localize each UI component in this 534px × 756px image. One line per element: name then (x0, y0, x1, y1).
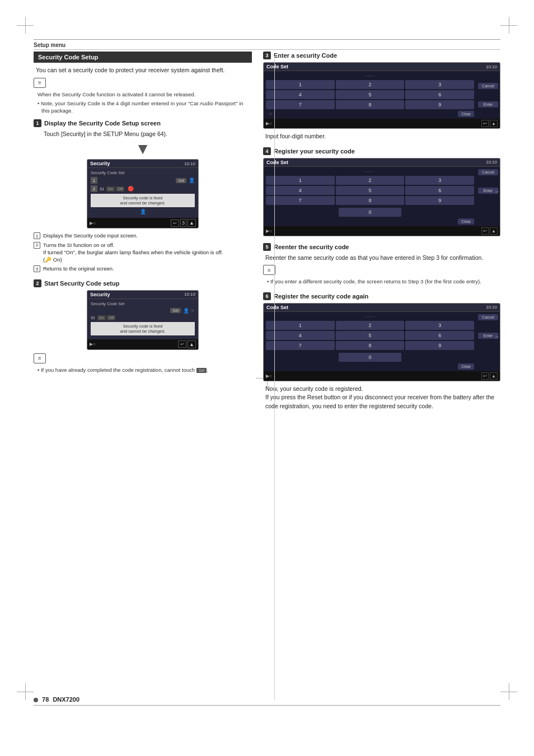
on-btn-2[interactable]: On (97, 315, 106, 320)
numpad-btn-4[interactable]: 4 (266, 90, 335, 99)
numpad6-btn-6[interactable]: 6 (405, 331, 474, 340)
code-set-screen-6: Code Set 10:10 ···· 1 2 3 4 5 (263, 303, 500, 381)
left-column: Security Code Setup You can set a securi… (34, 52, 252, 418)
screen-subtitle-2: Security Code Set (91, 301, 195, 306)
cs-time-4: 10:10 (486, 160, 497, 165)
note-book-icon-5 (263, 265, 275, 275)
cs-bottom-bar-6: ▶○ ↩ ▲ (264, 371, 500, 381)
note-book-icon (34, 78, 46, 88)
top-divider (34, 39, 500, 40)
step-1: 1 Display the Security Code Setup screen… (34, 119, 252, 273)
list-item-3: 3 Returns to the original screen. (34, 265, 252, 272)
cs-tri-6[interactable]: ▲ (490, 372, 498, 380)
numpad6-btn-2[interactable]: 2 (336, 321, 405, 330)
cs-back-4[interactable]: ↩ (481, 227, 489, 235)
screen-bottom-play: ▶○ (90, 221, 96, 226)
cs-back-3[interactable]: ↩ (481, 120, 489, 127)
numpad6-btn-5[interactable]: 5 (336, 331, 405, 340)
corner-mark-br (500, 683, 517, 700)
screen-mockup-1: Security 10:10 Security Code Set 1 Set 👤… (87, 159, 199, 228)
screen-back-icon[interactable]: ↩ (171, 220, 179, 227)
zero-row-4: 0 (264, 207, 476, 218)
cs-bottom-icons-6: ↩ ▲ (481, 372, 498, 380)
screen-badge-1: 1 (91, 177, 97, 184)
cs-left-4: ···· 1 2 3 4 5 6 7 8 9 (264, 167, 476, 226)
screen-triangle[interactable]: ▲ (188, 219, 196, 227)
list-text-1: Displays the Security code input screen. (43, 232, 138, 239)
off-btn[interactable]: Off (116, 186, 124, 192)
numpad4-btn-7[interactable]: 7 (266, 196, 335, 205)
cs-main-6: ···· 1 2 3 4 5 6 7 8 9 (264, 312, 500, 371)
list-item-2: 2 Turns the SI function on or off.If tur… (34, 241, 252, 264)
numpad6-btn-3[interactable]: 3 (405, 321, 474, 330)
numpad6-btn-1[interactable]: 1 (266, 321, 335, 330)
touch-hand-4: ☞ (495, 189, 499, 195)
screen-bottom-bar-1: ▶○ ↩ 3 ▲ (87, 218, 198, 228)
cs-enter-3[interactable]: Enter (478, 101, 498, 108)
numpad4-btn-9[interactable]: 9 (405, 196, 474, 205)
numpad-btn-8[interactable]: 8 (336, 100, 405, 109)
cs-bottom-icons-3: ↩ ▲ (481, 120, 498, 127)
cs-clear-btn-3[interactable]: Clear (458, 111, 474, 117)
step2-note: • If you have already completed the code… (34, 366, 252, 374)
cs-cancel-4[interactable]: Cancel (478, 169, 498, 175)
cs-title-text-3: Code Set (266, 64, 288, 69)
numpad6-btn-8[interactable]: 8 (336, 341, 405, 350)
numpad-btn-7[interactable]: 7 (266, 100, 335, 109)
cs-dots-6: ···· (264, 312, 476, 321)
cs-clear-btn-6[interactable]: Clear (458, 363, 474, 370)
numpad4-btn-5[interactable]: 5 (336, 186, 405, 195)
list-badge-3: 3 (34, 265, 40, 272)
cs-enter-6[interactable]: Enter ☞ (478, 333, 498, 339)
numpad6-btn-9[interactable]: 9 (405, 341, 474, 350)
step-6-title: 6 Register the security code again (263, 292, 500, 300)
screen-msg-1: Security code is fixedand cannot be chan… (91, 194, 195, 207)
numpad-btn-3[interactable]: 3 (405, 80, 474, 89)
step-2-title: 2 Start Security Code setup (34, 279, 252, 287)
on-btn[interactable]: On (106, 186, 115, 192)
cs-play-4: ▶○ (266, 228, 272, 234)
numpad4-btn-4[interactable]: 4 (266, 186, 335, 195)
screen-set-btn[interactable]: Set (176, 178, 186, 183)
step-5-title: 5 Reenter the security code (263, 243, 500, 251)
off-btn-2[interactable]: Off (107, 315, 115, 320)
step-4-title: 4 Register your security code (263, 147, 500, 155)
numpad-btn-2[interactable]: 2 (336, 80, 405, 89)
col-divider (274, 56, 275, 700)
note-row-2 (34, 353, 252, 363)
si-label-2: SI (91, 315, 95, 320)
numpad4-btn-6[interactable]: 6 (405, 186, 474, 195)
step3-sub: Input four-digit number. (265, 132, 500, 141)
numpad4-btn-8[interactable]: 8 (336, 196, 405, 205)
step-4: 4 Register your security code Code Set 1… (263, 147, 500, 236)
numpad6-btn-7[interactable]: 7 (266, 341, 335, 350)
numpad-btn-1[interactable]: 1 (266, 80, 335, 89)
numpad6-btn-4[interactable]: 4 (266, 331, 335, 340)
numpad6-btn-0[interactable]: 0 (339, 353, 401, 362)
cs-cancel-3[interactable]: Cancel (478, 83, 498, 89)
cs-cancel-6[interactable]: Cancel (478, 314, 498, 320)
numpad-btn-9[interactable]: 9 (405, 100, 474, 109)
screen-title-bar-1: Security 10:10 (87, 160, 198, 168)
corner-mark-tl (17, 17, 34, 34)
numpad4-btn-1[interactable]: 1 (266, 176, 335, 185)
screen-title-1: Security (90, 161, 110, 166)
screen-back-icon-2[interactable]: ↩ (178, 340, 186, 348)
cs-tri-3[interactable]: ▲ (490, 120, 498, 127)
screen-num-3[interactable]: 3 (180, 219, 186, 227)
screen-triangle-2[interactable]: ▲ (188, 340, 196, 348)
two-col-layout: Security Code Setup You can set a securi… (34, 52, 500, 418)
screen-time-2: 10:10 (184, 292, 195, 297)
numpad4-btn-2[interactable]: 2 (336, 176, 405, 185)
numpad4-btn-3[interactable]: 3 (405, 176, 474, 185)
cs-enter-4[interactable]: Enter ☞ (478, 188, 498, 194)
cs-clear-btn-4[interactable]: Clear (458, 218, 474, 225)
screen-subtitle-1: Security Code Set (91, 170, 195, 175)
numpad-btn-5[interactable]: 5 (336, 90, 405, 99)
numpad4-btn-0[interactable]: 0 (339, 208, 401, 217)
cs-tri-4[interactable]: ▲ (490, 227, 498, 235)
numpad-btn-6[interactable]: 6 (405, 90, 474, 99)
step-3-badge: 3 (263, 52, 271, 59)
cs-back-6[interactable]: ↩ (481, 372, 489, 380)
screen-set-btn-2[interactable]: Set (170, 308, 181, 313)
